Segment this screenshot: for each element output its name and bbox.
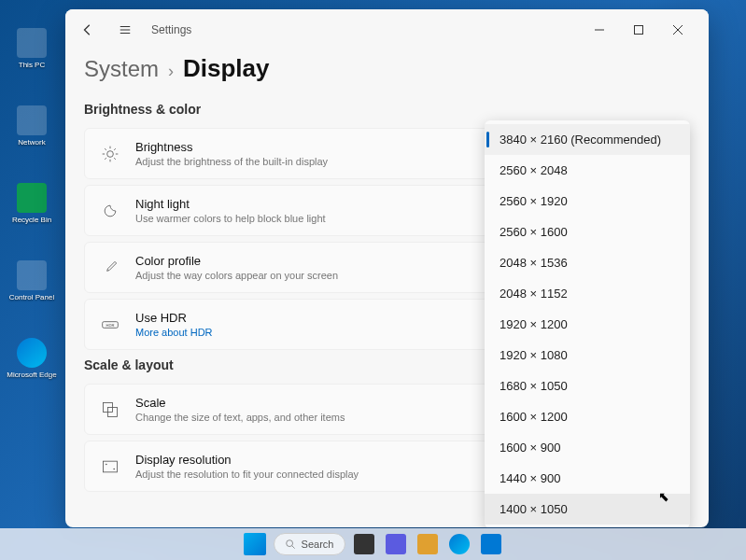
resolution-option[interactable]: 2048 × 1536 — [485, 247, 690, 278]
taskbar-app-5[interactable] — [478, 531, 504, 557]
mouse-cursor-icon: ⬉ — [658, 489, 669, 504]
taskbar-app-1[interactable] — [351, 531, 377, 557]
breadcrumb-parent[interactable]: System — [84, 56, 159, 82]
svg-line-19 — [291, 545, 294, 548]
minimize-icon — [595, 25, 604, 35]
back-arrow-icon — [81, 23, 94, 36]
sun-icon — [100, 144, 120, 164]
edge-taskbar-icon — [449, 534, 470, 554]
resolution-option[interactable]: 2048 × 1152 — [485, 278, 690, 309]
resolution-option[interactable]: 1920 × 1080 — [485, 340, 690, 371]
resolution-dropdown[interactable]: 3840 × 2160 (Recommended)2560 × 20482560… — [485, 120, 690, 527]
desktop-icon-recycle[interactable]: Recycle Bin — [9, 183, 54, 228]
breadcrumb: System › Display — [65, 50, 709, 94]
search-icon — [286, 539, 296, 550]
close-icon — [673, 25, 683, 35]
resolution-option[interactable]: 2560 × 2048 — [485, 155, 690, 186]
hdr-icon: HDR — [100, 315, 120, 335]
svg-line-7 — [105, 148, 106, 150]
explorer-icon — [417, 534, 438, 554]
search-placeholder: Search — [302, 539, 334, 550]
edge-icon — [17, 338, 47, 368]
svg-rect-15 — [104, 461, 118, 472]
taskbar-app-3[interactable] — [415, 531, 441, 557]
resolution-option[interactable]: 2560 × 1920 — [485, 186, 690, 217]
svg-rect-1 — [635, 26, 643, 35]
breadcrumb-current: Display — [183, 54, 270, 83]
moon-icon — [100, 201, 120, 221]
svg-line-8 — [114, 158, 116, 160]
close-button[interactable] — [658, 17, 697, 43]
windows-logo-icon — [244, 533, 266, 555]
desktop-icons: This PC Network Recycle Bin Control Pane… — [9, 28, 54, 383]
app-title: Settings — [151, 23, 191, 36]
control-panel-icon — [17, 260, 47, 290]
taskbar-app-2[interactable] — [383, 531, 409, 557]
back-button[interactable] — [77, 19, 99, 41]
scale-icon — [100, 399, 120, 420]
svg-line-9 — [105, 158, 106, 160]
resolution-icon — [100, 456, 120, 477]
this-pc-icon — [17, 28, 47, 58]
recycle-bin-icon — [17, 183, 47, 213]
task-view-icon — [354, 534, 374, 554]
taskbar: Search — [0, 528, 746, 560]
resolution-option[interactable]: 3840 × 2160 (Recommended) — [485, 124, 690, 155]
store-icon — [481, 534, 501, 554]
eyedropper-icon — [100, 258, 120, 278]
settings-content: Brightness & color Brightness Adjust the… — [65, 94, 709, 527]
maximize-button[interactable] — [619, 17, 658, 43]
taskbar-app-4[interactable] — [446, 531, 472, 557]
resolution-option[interactable]: 1920 × 1200 — [485, 309, 690, 340]
settings-window: Settings System › Display Brightness & c… — [65, 9, 709, 527]
start-button[interactable] — [242, 531, 268, 557]
svg-point-2 — [107, 150, 114, 157]
chat-icon — [386, 534, 406, 554]
window-titlebar: Settings — [65, 9, 709, 50]
desktop-icon-this-pc[interactable]: This PC — [9, 28, 54, 73]
svg-point-16 — [106, 463, 107, 465]
hamburger-icon — [119, 23, 132, 36]
desktop-icon-control-panel[interactable]: Control Panel — [9, 260, 54, 305]
resolution-option[interactable]: 1600 × 1200 — [485, 401, 690, 432]
svg-point-17 — [113, 468, 115, 469]
chevron-right-icon: › — [168, 62, 174, 81]
resolution-option[interactable]: 1600 × 900 — [485, 432, 690, 463]
svg-text:HDR: HDR — [106, 322, 114, 327]
menu-button[interactable] — [114, 19, 136, 41]
network-icon — [17, 105, 47, 135]
minimize-button[interactable] — [580, 17, 619, 43]
resolution-option[interactable]: 2560 × 1600 — [485, 217, 690, 247]
desktop-icon-network[interactable]: Network — [9, 105, 54, 150]
desktop-icon-edge[interactable]: Microsoft Edge — [9, 338, 54, 383]
maximize-icon — [634, 25, 643, 35]
section-brightness-color: Brightness & color — [84, 102, 690, 117]
taskbar-search[interactable]: Search — [274, 533, 346, 555]
svg-line-10 — [114, 148, 116, 150]
resolution-option[interactable]: 1680 × 1050 — [485, 371, 690, 401]
svg-point-18 — [286, 539, 292, 546]
